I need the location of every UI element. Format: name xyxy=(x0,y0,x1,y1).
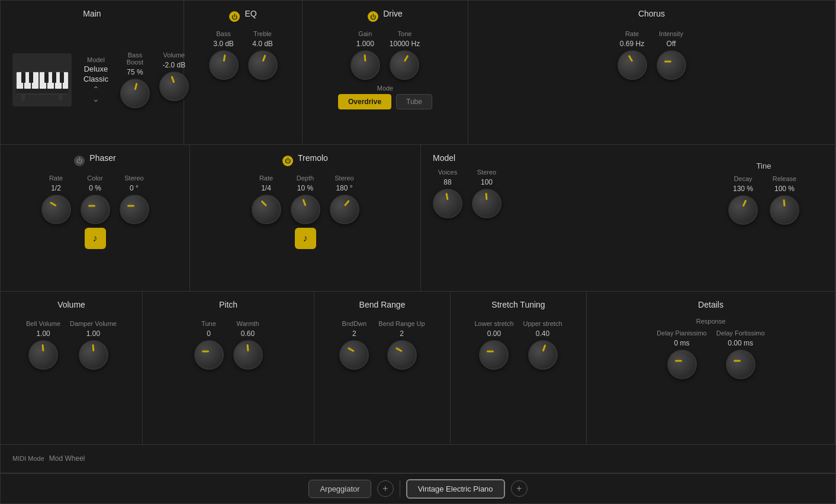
warmth-value: 0.60 xyxy=(241,329,255,338)
bass-label: Bass xyxy=(216,30,230,37)
chorus-title: Chorus xyxy=(638,9,665,18)
tube-btn[interactable]: Tube xyxy=(396,94,432,109)
upper-value: 0.40 xyxy=(536,329,549,338)
pitch-title: Pitch xyxy=(219,300,237,309)
volume-label: Volume xyxy=(163,51,185,59)
decay-group: Decay 130 % xyxy=(728,175,758,225)
release-group: Release 100 % xyxy=(770,175,799,225)
voices-label: Voices xyxy=(438,169,457,176)
piano-image xyxy=(12,53,72,106)
tremolo-depth-value: 10 % xyxy=(297,184,313,192)
bnddup-knob[interactable] xyxy=(387,340,417,370)
model-stereo-group: Stereo 100 xyxy=(472,169,501,218)
instrument-tab[interactable]: Vintage Electric Piano xyxy=(406,479,505,499)
delay-p-group: Delay Pianissimo 0 ms xyxy=(657,329,706,379)
pitch-knobs: Tune 0 Warmth 0.60 xyxy=(194,320,263,370)
mode-label: Mode xyxy=(377,85,394,92)
tone-knob[interactable] xyxy=(390,50,419,80)
delay-p-knob[interactable] xyxy=(667,350,697,379)
bass-knob[interactable] xyxy=(209,50,239,80)
phaser-color-knob[interactable] xyxy=(81,195,110,224)
bass-boost-group: Bass Boost 75 % xyxy=(120,51,150,108)
tremolo-stereo-knob[interactable] xyxy=(330,195,359,224)
bnddwn-knob[interactable] xyxy=(339,340,369,370)
bnddup-value: 2 xyxy=(400,329,404,338)
upper-label: Upper stretch xyxy=(523,320,562,327)
add-tab-btn[interactable]: + xyxy=(377,480,394,497)
warmth-knob[interactable] xyxy=(233,340,263,370)
eq-title: EQ xyxy=(245,9,256,18)
gain-knob[interactable] xyxy=(351,50,380,80)
tremolo-rate-group: Rate 1/4 xyxy=(252,175,281,224)
lower-group: Lower stretch 0.00 xyxy=(474,320,513,370)
tune-group: Tune 0 xyxy=(194,320,224,370)
model-selector[interactable]: Model Deluxe Classic ⌃⌄ xyxy=(83,56,108,104)
drive-power-btn[interactable]: ⏻ xyxy=(368,11,378,22)
phaser-rate-value: 1/2 xyxy=(51,184,61,192)
pitch-section: Pitch Tune 0 Warmth 0.60 xyxy=(143,292,314,444)
decay-knob[interactable] xyxy=(728,195,758,225)
voices-value: 88 xyxy=(443,178,451,186)
model-stereo-knob[interactable] xyxy=(472,189,501,218)
warmth-label: Warmth xyxy=(236,320,259,327)
svg-rect-10 xyxy=(29,72,33,83)
tune-knob[interactable] xyxy=(194,340,224,370)
model-section: Model Voices 88 Stereo 100 Tine xyxy=(421,145,835,292)
tremolo-rate-label: Rate xyxy=(259,175,273,182)
chorus-intensity-knob[interactable] xyxy=(657,50,686,80)
phaser-note-btn[interactable]: ♪ xyxy=(85,228,106,249)
phaser-stereo-group: Stereo 0 ° xyxy=(120,175,149,224)
lower-knob[interactable] xyxy=(479,340,509,370)
midi-mode-value: Mod Wheel xyxy=(49,454,85,463)
midi-mode-label: MIDI Mode xyxy=(12,455,44,462)
phaser-knobs: Rate 1/2 Color 0 % Stereo 0 ° xyxy=(41,175,149,224)
bass-boost-label: Bass Boost xyxy=(120,51,150,66)
bass-boost-value: 75 % xyxy=(127,68,143,76)
phaser-color-label: Color xyxy=(87,175,102,182)
model-arrows-icon[interactable]: ⌃⌄ xyxy=(92,85,99,104)
tremolo-stereo-value: 180 ° xyxy=(336,184,352,192)
volume-knob[interactable] xyxy=(159,72,189,101)
voices-knob[interactable] xyxy=(433,189,462,218)
tune-value: 0 xyxy=(207,329,211,338)
tremolo-note-btn[interactable]: ♪ xyxy=(295,228,316,249)
phaser-rate-knob[interactable] xyxy=(41,195,71,224)
tremolo-power-btn[interactable]: ⏻ xyxy=(282,156,293,166)
stretch-knobs: Lower stretch 0.00 Upper stretch 0.40 xyxy=(474,320,562,370)
arpeggiator-tab[interactable]: Arpeggiator xyxy=(308,480,371,498)
add-instrument-btn[interactable]: + xyxy=(511,480,528,497)
tab-divider xyxy=(400,480,400,497)
stretch-title: Stretch Tuning xyxy=(491,300,545,309)
eq-power-btn[interactable]: ⏻ xyxy=(229,11,240,22)
tremolo-depth-knob[interactable] xyxy=(291,195,320,224)
tremolo-knobs: Rate 1/4 Depth 10 % Stereo 180 ° xyxy=(252,175,359,224)
bass-value: 3.0 dB xyxy=(213,40,234,48)
bell-knob[interactable] xyxy=(28,340,58,370)
tremolo-depth-group: Depth 10 % xyxy=(291,175,320,224)
chorus-rate-knob[interactable] xyxy=(618,50,647,80)
bass-boost-knob[interactable] xyxy=(120,79,150,108)
phaser-rate-label: Rate xyxy=(49,175,63,182)
release-knob[interactable] xyxy=(770,195,799,225)
delay-f-knob[interactable] xyxy=(726,350,755,379)
damper-knob[interactable] xyxy=(79,340,108,370)
tremolo-rate-knob[interactable] xyxy=(252,195,281,224)
upper-group: Upper stretch 0.40 xyxy=(523,320,562,370)
overdrive-btn[interactable]: Overdrive xyxy=(338,94,391,109)
bell-label: Bell Volume xyxy=(26,320,60,327)
add-instrument-icon: + xyxy=(516,483,522,494)
svg-rect-12 xyxy=(52,72,56,83)
phaser-power-btn[interactable]: ⏻ xyxy=(74,156,85,166)
treble-knob[interactable] xyxy=(248,50,278,80)
chorus-intensity-group: Intensity Off xyxy=(657,30,686,80)
chorus-section: Chorus Rate 0.69 Hz Intensity Off xyxy=(468,1,835,144)
delay-f-value: 0.00 ms xyxy=(728,339,753,347)
phaser-stereo-knob[interactable] xyxy=(120,195,149,224)
upper-knob[interactable] xyxy=(528,340,558,370)
svg-rect-15 xyxy=(59,93,62,101)
phaser-stereo-label: Stereo xyxy=(124,175,143,182)
bnddup-label: Bend Range Up xyxy=(378,320,425,327)
tone-value: 10000 Hz xyxy=(390,40,420,48)
bend-section: Bend Range BndDwn 2 Bend Range Up 2 xyxy=(314,292,451,444)
model-sub: Classic xyxy=(83,75,108,83)
